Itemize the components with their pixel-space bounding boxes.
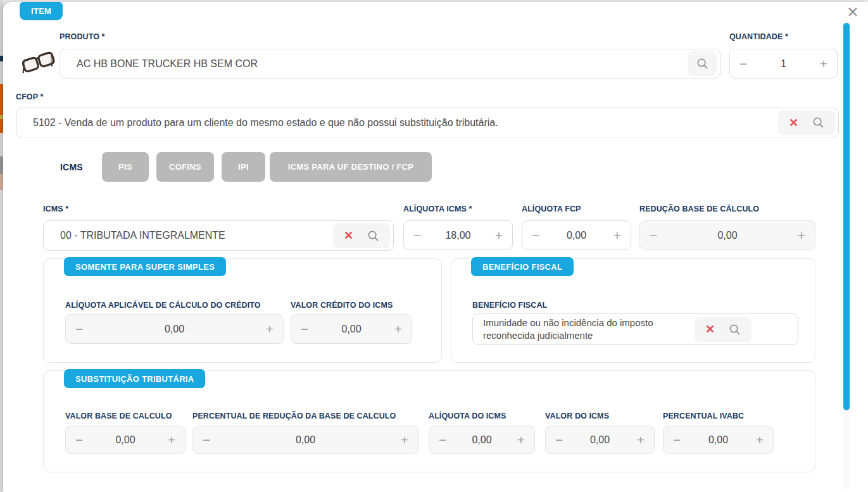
quantidade-stepper[interactable]: − 1 + (729, 49, 838, 79)
tab-cofins[interactable]: COFINS (156, 152, 214, 182)
percentual-ivabc-stepper[interactable]: − 0,00 + (663, 426, 774, 454)
substituicao-card-badge: SUBSTITUIÇÃO TRIBUTÁRIA (64, 369, 205, 388)
search-icon[interactable] (696, 58, 708, 70)
minus-icon[interactable]: − (75, 322, 83, 336)
minus-icon[interactable]: − (532, 229, 539, 242)
percentual-ivabc-label: PERCENTUAL IVABC (663, 412, 744, 420)
valor-credito-icms-value[interactable]: 0,00 (341, 324, 361, 335)
close-icon[interactable]: ✕ (843, 2, 863, 22)
beneficio-fiscal-card-badge: BENEFÍCIO FISCAL (471, 257, 574, 276)
aliquota-do-icms-stepper[interactable]: − 0,00 + (429, 426, 535, 454)
plus-icon[interactable]: + (613, 229, 621, 242)
minus-icon[interactable]: − (301, 322, 308, 336)
aliquota-credito-stepper[interactable]: − 0,00 + (65, 314, 284, 344)
aliquota-icms-label: ALÍQUOTA ICMS * (403, 205, 472, 213)
page-background: ITEM ✕ PRODUTO * AC HB BONE TRUCKER HB S… (0, 0, 868, 492)
minus-icon[interactable]: − (413, 229, 421, 242)
aliquota-fcp-value[interactable]: 0,00 (567, 230, 586, 241)
super-simples-card-badge: SOMENTE PARA SUPER SIMPLES (64, 257, 226, 276)
quantidade-value[interactable]: 1 (781, 58, 786, 70)
valor-base-calculo-label: VALOR BASE DE CALCULO (65, 412, 172, 420)
plus-icon[interactable]: + (820, 57, 827, 70)
clear-icon[interactable]: ✕ (789, 117, 798, 129)
icms-value: 00 - TRIBUTADA INTEGRALMENTE (44, 230, 333, 241)
produto-label: PRODUTO * (60, 32, 105, 41)
valor-credito-icms-label: VALOR CRÉDITO DO ICMS (291, 301, 393, 310)
cfop-actions-segment: ✕ (778, 110, 835, 135)
beneficio-fiscal-value: Imunidade ou não incidência do imposto r… (473, 317, 695, 343)
tab-icms[interactable]: ICMS (60, 152, 83, 182)
clear-icon[interactable]: ✕ (344, 230, 353, 241)
search-icon[interactable] (812, 117, 824, 129)
aliquota-do-icms-value[interactable]: 0,00 (472, 434, 491, 446)
percentual-ivabc-value[interactable]: 0,00 (708, 434, 728, 446)
item-modal-badge: ITEM (20, 2, 63, 20)
plus-icon[interactable]: + (394, 322, 402, 336)
minus-icon[interactable]: − (650, 229, 657, 242)
produto-value: AC HB BONE TRUCKER HB SEM COR (60, 58, 688, 70)
aliquota-fcp-label: ALÍQUOTA FCP (522, 205, 581, 213)
valor-credito-icms-stepper[interactable]: − 0,00 + (291, 314, 412, 344)
beneficio-fiscal-input[interactable]: Imunidade ou não incidência do imposto r… (472, 313, 798, 345)
substituicao-tributaria-card: SUBSTITUIÇÃO TRIBUTÁRIA VALOR BASE DE CA… (43, 370, 815, 472)
clear-icon[interactable]: ✕ (705, 324, 715, 335)
minus-icon[interactable]: − (555, 433, 563, 446)
plus-icon[interactable]: + (401, 433, 408, 446)
minus-icon[interactable]: − (439, 433, 446, 446)
aliquota-fcp-stepper[interactable]: − 0,00 + (522, 220, 631, 250)
aliquota-icms-value[interactable]: 18,00 (445, 230, 470, 241)
plus-icon[interactable]: + (637, 433, 645, 446)
aliquota-credito-value[interactable]: 0,00 (165, 324, 184, 335)
reducao-base-value[interactable]: 0,00 (717, 230, 737, 241)
icms-label: ICMS * (43, 205, 68, 213)
cfop-label: CFOP * (16, 92, 43, 101)
reducao-base-label: REDUÇÃO BASE DE CÁLCULO (639, 205, 759, 213)
beneficio-fiscal-card: BENEFÍCIO FISCAL BENEFÍCIO FISCAL Imunid… (451, 258, 815, 363)
minus-icon[interactable]: − (739, 57, 747, 70)
tab-icms-uf-destino-fcp[interactable]: ICMS PARA UF DESTINO / FCP (270, 152, 432, 182)
produto-input[interactable]: AC HB BONE TRUCKER HB SEM COR (60, 49, 720, 79)
super-simples-card: SOMENTE PARA SUPER SIMPLES ALÍQUOTA APLI… (43, 258, 442, 363)
produto-search-segment[interactable] (688, 51, 717, 76)
minus-icon[interactable]: − (203, 433, 210, 446)
plus-icon[interactable]: + (756, 433, 764, 446)
plus-icon[interactable]: + (517, 433, 525, 446)
percentual-reducao-value[interactable]: 0,00 (296, 434, 315, 446)
minus-icon[interactable]: − (673, 433, 681, 446)
beneficio-fiscal-label: BENEFÍCIO FISCAL (472, 301, 547, 310)
product-thumbnail-image (18, 42, 59, 83)
reducao-base-stepper[interactable]: − 0,00 + (639, 220, 815, 250)
percentual-reducao-label: PERCENTUAL DE REDUÇÃO DA BASE DE CALCULO (192, 412, 396, 420)
tab-ipi[interactable]: IPI (222, 152, 265, 182)
aliquota-do-icms-label: ALÍQUOTA DO ICMS (429, 412, 506, 420)
minus-icon[interactable]: − (75, 433, 83, 446)
search-icon[interactable] (367, 230, 379, 242)
plus-icon[interactable]: + (266, 322, 274, 336)
plus-icon[interactable]: + (798, 229, 805, 242)
scrollbar-thumb[interactable] (843, 23, 850, 410)
valor-do-icms-value[interactable]: 0,00 (590, 434, 610, 446)
percentual-reducao-stepper[interactable]: − 0,00 + (192, 426, 418, 454)
valor-do-icms-label: VALOR DO ICMS (545, 412, 609, 420)
valor-do-icms-stepper[interactable]: − 0,00 + (545, 426, 655, 454)
icms-actions-segment: ✕ (333, 224, 390, 248)
valor-base-calculo-stepper[interactable]: − 0,00 + (65, 426, 186, 454)
scrollbar-track[interactable] (843, 21, 850, 489)
cfop-value: 5102 - Venda de um produto para um clien… (16, 117, 778, 129)
cfop-input[interactable]: 5102 - Venda de um produto para um clien… (16, 108, 839, 137)
quantidade-label: QUANTIDADE * (729, 32, 788, 41)
item-modal: ITEM ✕ PRODUTO * AC HB BONE TRUCKER HB S… (3, 2, 868, 492)
search-icon[interactable] (729, 324, 741, 336)
plus-icon[interactable]: + (495, 229, 503, 242)
aliquota-credito-label: ALÍQUOTA APLICÁVEL DE CÁLCULO DO CRÉDITO (65, 301, 261, 310)
valor-base-calculo-value[interactable]: 0,00 (115, 434, 135, 446)
icms-input[interactable]: 00 - TRIBUTADA INTEGRALMENTE ✕ (43, 220, 394, 251)
tab-pis[interactable]: PIS (102, 152, 149, 182)
beneficio-actions-segment: ✕ (695, 317, 752, 342)
aliquota-icms-stepper[interactable]: − 18,00 + (403, 220, 513, 250)
plus-icon[interactable]: + (168, 433, 175, 446)
